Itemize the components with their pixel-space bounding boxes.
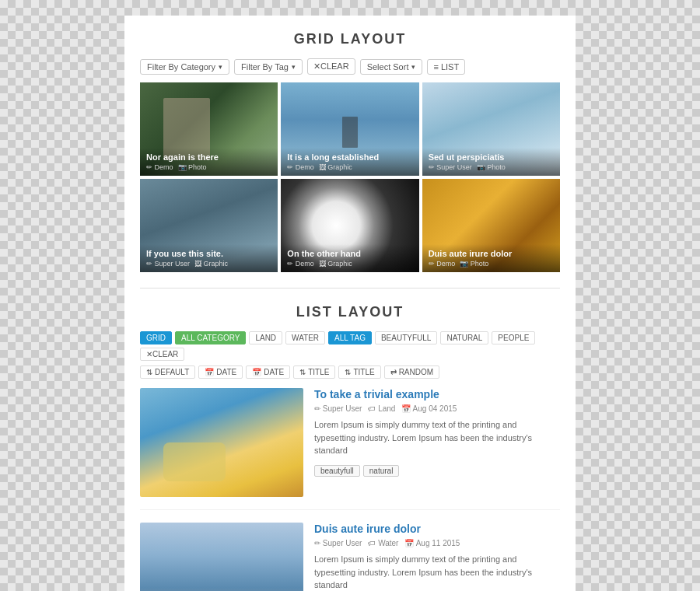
list-section-title: LIST LAYOUT <box>140 304 560 320</box>
sort-date-desc[interactable]: 📅 DATE <box>246 365 290 379</box>
meta-graphic: 🖼 Graphic <box>319 260 352 268</box>
grid-item-meta: ✏ Demo 📷 Photo <box>146 163 271 171</box>
sort-select[interactable]: Select Sort <box>360 59 423 75</box>
grid-view-btn[interactable]: GRID <box>140 331 172 344</box>
grid-item-meta: ✏ Demo 🖼 Graphic <box>287 260 412 268</box>
grid-item-overlay: It is a long established ✏ Demo 🖼 Graphi… <box>281 148 418 176</box>
meta-author: ✏ Super User <box>314 404 362 413</box>
list-item: Duis aute irure dolor ✏ Super User 🏷 Wat… <box>140 523 560 591</box>
list-item-title[interactable]: Duis aute irure dolor <box>314 523 560 535</box>
grid-item-meta: ✏ Super User 📷 Photo <box>429 163 554 171</box>
grid-item-overlay: Duis aute irure dolor ✏ Demo 📷 Photo <box>422 244 560 272</box>
beautyfull-btn[interactable]: BEAUTYFULL <box>375 331 437 344</box>
list-item-content: Duis aute irure dolor ✏ Super User 🏷 Wat… <box>314 523 560 591</box>
list-item-description: Lorem Ipsum is simply dummy text of the … <box>314 418 560 457</box>
grid-container: Nor again is there ✏ Demo 📷 Photo It is … <box>140 82 560 272</box>
meta-author: ✏ Super User <box>314 539 362 547</box>
list-view-button[interactable]: ≡ LIST <box>427 59 465 75</box>
grid-item-title: On the other hand <box>287 249 412 258</box>
meta-photo: 📷 Photo <box>178 163 207 171</box>
grid-item[interactable]: If you use this site. ✏ Super User 🖼 Gra… <box>140 179 278 272</box>
list-item-meta: ✏ Super User 🏷 Water 📅 Aug 11 2015 <box>314 539 560 547</box>
grid-item-overlay: On the other hand ✏ Demo 🖼 Graphic <box>281 244 418 272</box>
list-item-image[interactable] <box>140 523 303 591</box>
natural-btn[interactable]: NATURAL <box>440 331 488 344</box>
grid-item-meta: ✏ Demo 📷 Photo <box>429 260 554 268</box>
category-filter[interactable]: Filter By Category <box>140 59 229 75</box>
meta-user: ✏ Super User <box>429 163 472 171</box>
all-category-btn[interactable]: ALL CATEGORY <box>175 331 246 344</box>
list-item-content: To take a trivial example ✏ Super User 🏷… <box>314 388 560 497</box>
meta-photo: 📷 Photo <box>477 163 506 171</box>
people-btn[interactable]: PEOPLE <box>492 331 535 344</box>
meta-graphic: 🖼 Graphic <box>194 260 228 268</box>
main-container: GRID LAYOUT Filter By Category Filter By… <box>124 16 576 591</box>
water-btn[interactable]: WATER <box>285 331 325 344</box>
grid-item-meta: ✏ Demo 🖼 Graphic <box>287 163 412 171</box>
sort-default[interactable]: ⇅ DEFAULT <box>140 365 195 379</box>
meta-category: 🏷 Water <box>368 539 398 547</box>
list-item-meta: ✏ Super User 🏷 Land 📅 Aug 04 2015 <box>314 404 560 413</box>
meta-category: 🏷 Land <box>368 404 395 413</box>
list-item-image[interactable] <box>140 388 303 497</box>
all-tag-btn[interactable]: ALL TAG <box>328 331 372 344</box>
grid-item-overlay: Sed ut perspiciatis ✏ Super User 📷 Photo <box>422 148 560 176</box>
tag-natural[interactable]: natural <box>363 465 400 477</box>
grid-item-title: Sed ut perspiciatis <box>429 152 554 162</box>
list-item-description: Lorem Ipsum is simply dummy text of the … <box>314 553 560 591</box>
grid-item-overlay: If you use this site. ✏ Super User 🖼 Gra… <box>140 244 278 272</box>
list-filter-bar: GRID ALL CATEGORY LAND WATER ALL TAG BEA… <box>140 331 560 361</box>
meta-date: 📅 Aug 11 2015 <box>404 539 460 547</box>
grid-item[interactable]: Sed ut perspiciatis ✏ Super User 📷 Photo <box>422 82 560 176</box>
clear-tags-btn[interactable]: ✕CLEAR <box>140 348 184 361</box>
list-icon: ≡ <box>433 62 438 72</box>
grid-item[interactable]: On the other hand ✏ Demo 🖼 Graphic <box>281 179 418 272</box>
sort-bar: ⇅ DEFAULT 📅 DATE 📅 DATE ⇅ TITLE ⇅ TITLE … <box>140 365 560 379</box>
tag-filter[interactable]: Filter By Tag <box>234 59 303 75</box>
grid-item-overlay: Nor again is there ✏ Demo 📷 Photo <box>140 148 278 176</box>
meta-photo: 📷 Photo <box>460 260 488 268</box>
meta-user: ✏ Super User <box>146 260 190 268</box>
grid-item-title: Nor again is there <box>146 152 271 162</box>
sort-title-desc[interactable]: ⇅ TITLE <box>338 365 380 379</box>
sort-title-asc[interactable]: ⇅ TITLE <box>293 365 335 379</box>
grid-filter-bar: Filter By Category Filter By Tag ✕CLEAR … <box>140 58 560 75</box>
sort-date-asc[interactable]: 📅 DATE <box>198 365 243 379</box>
list-item: To take a trivial example ✏ Super User 🏷… <box>140 388 560 510</box>
clear-button[interactable]: ✕CLEAR <box>307 58 355 75</box>
meta-date: 📅 Aug 04 2015 <box>401 404 457 413</box>
grid-item[interactable]: It is a long established ✏ Demo 🖼 Graphi… <box>281 82 418 176</box>
tag-beautyfull[interactable]: beautyfull <box>314 465 360 477</box>
meta-demo: ✏ Demo <box>287 163 314 171</box>
meta-demo: ✏ Demo <box>287 260 314 268</box>
list-item-title[interactable]: To take a trivial example <box>314 388 560 400</box>
land-btn[interactable]: LAND <box>249 331 282 344</box>
grid-item[interactable]: Nor again is there ✏ Demo 📷 Photo <box>140 82 278 176</box>
grid-item-title: It is a long established <box>287 152 412 162</box>
grid-item[interactable]: Duis aute irure dolor ✏ Demo 📷 Photo <box>422 179 560 272</box>
grid-item-meta: ✏ Super User 🖼 Graphic <box>146 260 271 268</box>
sort-random[interactable]: ⇄ RANDOM <box>384 365 439 379</box>
meta-demo: ✏ Demo <box>429 260 456 268</box>
grid-section-title: GRID LAYOUT <box>140 31 560 47</box>
meta-demo: ✏ Demo <box>146 163 173 171</box>
meta-graphic: 🖼 Graphic <box>319 163 352 171</box>
grid-item-title: Duis aute irure dolor <box>429 249 554 258</box>
grid-item-title: If you use this site. <box>146 249 271 258</box>
list-item-tags: beautyfull natural <box>314 465 560 477</box>
section-separator <box>140 288 560 289</box>
